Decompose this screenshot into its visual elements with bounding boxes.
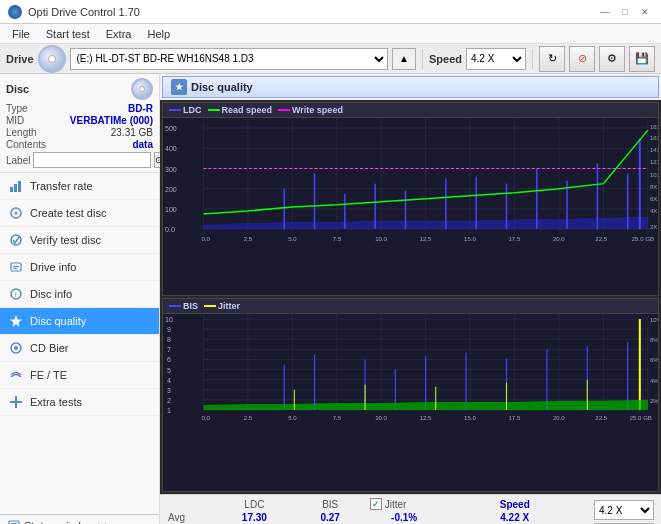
drive-info-icon (8, 259, 24, 275)
sidebar-item-create-test-disc[interactable]: Create test disc (0, 200, 159, 227)
legend-ldc: LDC (169, 105, 202, 115)
transfer-rate-icon (8, 178, 24, 194)
write-speed-color (278, 109, 290, 111)
svg-rect-0 (10, 187, 13, 192)
svg-rect-2 (18, 181, 21, 192)
verify-test-disc-icon (8, 232, 24, 248)
sidebar-label-fe-te: FE / TE (30, 369, 67, 381)
disc-contents-row: Contents data (6, 139, 153, 150)
ldc-label: LDC (183, 105, 202, 115)
svg-text:4%: 4% (650, 378, 658, 384)
col-header-jitter-check[interactable]: ✓ Jitter (366, 497, 443, 511)
svg-text:15.0: 15.0 (464, 236, 476, 242)
cd-bier-icon (8, 340, 24, 356)
stats-bar: LDC BIS ✓ Jitter Speed (160, 494, 661, 524)
disc-quality-icon (8, 313, 24, 329)
svg-text:20.0: 20.0 (553, 415, 565, 421)
status-window-icon (8, 520, 20, 524)
sidebar-item-extra-tests[interactable]: Extra tests (0, 389, 159, 416)
drive-select[interactable]: (E:) HL-DT-ST BD-RE WH16NS48 1.D3 (70, 48, 388, 70)
svg-text:2.5: 2.5 (244, 236, 253, 242)
menu-extra[interactable]: Extra (98, 26, 140, 42)
title-bar-left: Opti Drive Control 1.70 (8, 5, 140, 19)
drive-bar: Drive (E:) HL-DT-ST BD-RE WH16NS48 1.D3 … (0, 44, 661, 74)
disc-label-input[interactable] (33, 152, 151, 168)
menu-start-test[interactable]: Start test (38, 26, 98, 42)
bottom-chart: BIS Jitter (162, 298, 659, 492)
app-icon (8, 5, 22, 19)
disc-mid-value: VERBATIMe (000) (70, 115, 153, 126)
top-chart-legend: LDC Read speed Write speed (169, 105, 343, 115)
svg-text:8X: 8X (650, 184, 657, 190)
refresh-button[interactable]: ↻ (539, 46, 565, 72)
sidebar-item-drive-info[interactable]: Drive info (0, 254, 159, 281)
stats-data-table: LDC BIS ✓ Jitter Speed (164, 497, 587, 524)
svg-text:10%: 10% (650, 317, 658, 323)
svg-text:18X: 18X (650, 124, 658, 130)
svg-text:20.0: 20.0 (553, 236, 565, 242)
settings-button[interactable]: ⚙ (599, 46, 625, 72)
content-area: ★ Disc quality LDC Read speed (160, 74, 661, 524)
status-window-link[interactable]: Status window >> (0, 515, 159, 524)
maximize-button[interactable]: □ (617, 4, 633, 20)
sidebar-item-disc-quality[interactable]: Disc quality (0, 308, 159, 335)
disc-title: Disc (6, 83, 29, 95)
menu-file[interactable]: File (4, 26, 38, 42)
svg-text:14X: 14X (650, 147, 658, 153)
svg-text:15.0: 15.0 (464, 415, 476, 421)
svg-rect-8 (13, 268, 17, 269)
top-chart-svg: 500 400 300 200 100 0.0 18X 16X 14X 12X … (163, 118, 658, 249)
sidebar-item-verify-test-disc[interactable]: Verify test disc (0, 227, 159, 254)
title-controls: — □ ✕ (597, 4, 653, 20)
svg-text:17.5: 17.5 (508, 236, 520, 242)
charts-area: LDC Read speed Write speed (160, 100, 661, 494)
close-button[interactable]: ✕ (637, 4, 653, 20)
legend-bis: BIS (169, 301, 198, 311)
top-chart: LDC Read speed Write speed (162, 102, 659, 296)
disc-quality-title: Disc quality (191, 81, 253, 93)
sidebar-item-cd-bier[interactable]: CD Bier (0, 335, 159, 362)
status-window-label: Status window >> (24, 520, 111, 524)
erase-button[interactable]: ⊘ (569, 46, 595, 72)
create-test-disc-icon (8, 205, 24, 221)
action-speed-select[interactable]: 4.2 X (594, 500, 654, 520)
sidebar-item-transfer-rate[interactable]: Transfer rate (0, 173, 159, 200)
jitter-checkbox[interactable]: ✓ (370, 498, 382, 510)
svg-marker-11 (10, 315, 22, 327)
jitter-col-label: Jitter (385, 499, 407, 510)
sidebar-item-fe-te[interactable]: FE / TE (0, 362, 159, 389)
main-layout: Disc Type BD-R MID VERBATIMe (000) Lengt… (0, 74, 661, 524)
disc-contents-label: Contents (6, 139, 46, 150)
svg-text:200: 200 (165, 186, 177, 193)
title-bar: Opti Drive Control 1.70 — □ ✕ (0, 0, 661, 24)
disc-type-row: Type BD-R (6, 103, 153, 114)
disc-contents-value: data (132, 139, 153, 150)
svg-text:10.0: 10.0 (375, 415, 387, 421)
minimize-button[interactable]: — (597, 4, 613, 20)
svg-text:16X: 16X (650, 135, 658, 141)
save-button[interactable]: 💾 (629, 46, 655, 72)
app-title: Opti Drive Control 1.70 (28, 6, 140, 18)
speed-select[interactable]: 4.2 X (466, 48, 526, 70)
col-header-bis: BIS (295, 497, 366, 511)
disc-quality-header-icon: ★ (171, 79, 187, 95)
sidebar-label-create-test-disc: Create test disc (30, 207, 106, 219)
sidebar-label-disc-info: Disc info (30, 288, 72, 300)
svg-text:7.5: 7.5 (333, 415, 342, 421)
jitter-color (204, 305, 216, 307)
sidebar: Disc Type BD-R MID VERBATIMe (000) Lengt… (0, 74, 160, 524)
disc-label-row: Label ⊙ (6, 152, 153, 168)
sidebar-item-disc-info[interactable]: i Disc info (0, 281, 159, 308)
svg-text:2%: 2% (650, 398, 658, 404)
menu-help[interactable]: Help (139, 26, 178, 42)
svg-text:7.5: 7.5 (333, 236, 342, 242)
sidebar-label-disc-quality: Disc quality (30, 315, 86, 327)
svg-text:i: i (15, 291, 17, 298)
bis-color (169, 305, 181, 307)
jitter-checkbox-row[interactable]: ✓ Jitter (370, 498, 439, 510)
svg-text:100: 100 (165, 206, 177, 213)
eject-button[interactable]: ▲ (392, 48, 416, 70)
svg-text:4: 4 (167, 377, 171, 384)
svg-text:0.0: 0.0 (201, 236, 210, 242)
svg-text:0.0: 0.0 (165, 226, 175, 233)
